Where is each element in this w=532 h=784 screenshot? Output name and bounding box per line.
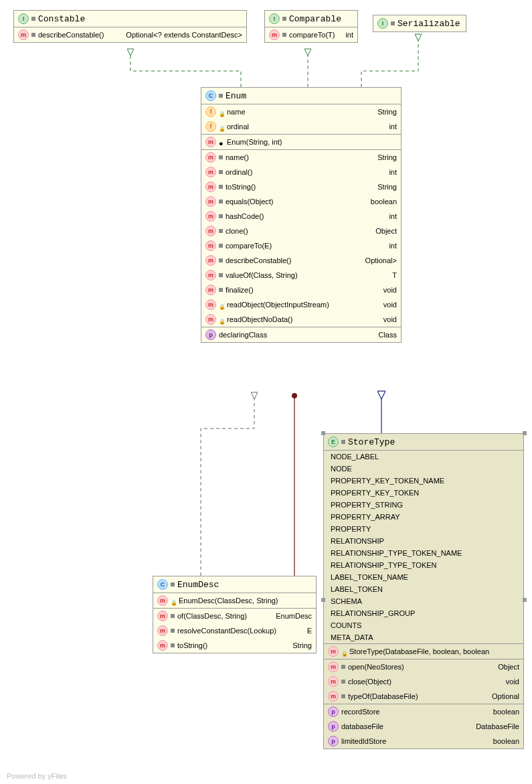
enum-icon: E [328,437,339,447]
method-ret: int [389,168,397,176]
method-ret: T [392,271,397,279]
method-icon: m [269,29,280,40]
property-icon: p [328,721,339,732]
method-sig: resolveConstantDesc(Lookup) [177,627,276,635]
selection-handle [321,431,325,435]
property-name: declaringClass [219,331,267,339]
method-row: m hashCode() int [201,209,401,224]
property-name: recordStore [341,708,379,716]
mod-icon: ● [219,139,224,145]
mod-icon [219,214,223,218]
interface-constable[interactable]: I Constable m describeConstable() Option… [13,10,247,43]
method-icon: m [205,299,216,310]
enum-constant: COUNTS [324,619,523,631]
constants-section: NODE_LABELNODEPROPERTY_KEY_TOKEN_NAMEPRO… [324,451,523,644]
class-enum[interactable]: C Enum f name String f ordinal int m ● E… [201,87,402,343]
method-icon: m [157,640,168,651]
class-icon: C [205,90,216,101]
property-row: p databaseFile DatabaseFile [324,719,523,734]
class-title: Serializable [397,19,460,29]
field-name: name [227,108,246,116]
method-row: m of(ClassDesc, String) EnumDesc [153,609,316,623]
method-row: m equals(Object) boolean [201,194,401,209]
selection-handle [321,598,325,602]
constructor-row: m ● Enum(String, int) [201,135,401,149]
method-icon: m [157,595,168,606]
method-sig: compareTo(E) [226,242,272,250]
property-type: boolean [493,737,519,745]
method-icon: m [205,167,216,177]
method-sig: finalize() [226,286,254,294]
method-ret: E [307,627,312,635]
method-row: m describeConstable() Optional<? extends… [14,27,246,42]
props-section: p recordStore boolean p databaseFile Dat… [324,704,523,749]
enum-constant: PROPERTY_KEY_TOKEN_NAME [324,475,523,487]
pkg-icon [391,21,395,25]
method-ret: void [383,301,397,309]
method-row: m toString() String [201,179,401,194]
footer-text: Powered by yFiles [7,772,67,780]
mod-icon [219,258,223,262]
pkg-icon [171,582,175,586]
selection-handle [523,431,527,435]
method-row: m readObject(ObjectInputStream) void [201,297,401,312]
class-title: Constable [38,14,85,24]
method-ret: void [383,286,397,294]
mod-icon [219,170,223,174]
method-icon: m [328,676,339,687]
class-enumdesc[interactable]: C EnumDesc m EnumDesc(ClassDesc, String)… [153,576,317,653]
method-row: m open(NeoStores) Object [324,659,523,674]
method-ret: Optional [492,692,519,700]
mod-icon [341,680,345,684]
method-icon: m [328,691,339,702]
interface-icon: I [377,18,388,29]
method-row: m finalize() void [201,283,401,297]
mod-icon [282,33,286,37]
enum-constant: RELATIONSHIP [324,535,523,547]
method-row: m name() String [201,150,401,165]
mod-icon [219,200,223,204]
method-sig: clone() [226,227,248,235]
enum-storetype[interactable]: E StoreType NODE_LABELNODEPROPERTY_KEY_T… [323,433,524,749]
pkg-icon [219,94,223,98]
method-ret: boolean [371,198,397,206]
field-name: ordinal [227,123,249,131]
enum-constant: NODE [324,463,523,475]
method-sig: open(NeoStores) [348,663,404,671]
enum-constant: RELATIONSHIP_TYPE_TOKEN_NAME [324,547,523,559]
interface-serializable[interactable]: I Serializable [373,15,466,32]
fields-section: f name String f ordinal int [201,104,401,135]
class-title: Comparable [289,14,341,24]
mod-icon [171,629,175,633]
enum-constant: LABEL_TOKEN [324,583,523,595]
mod-icon [219,244,223,248]
method-row: m typeOf(DatabaseFile) Optional [324,689,523,704]
property-icon: p [328,736,339,747]
method-sig: readObjectNoData() [227,315,292,323]
interface-comparable[interactable]: I Comparable m compareTo(T) int [264,10,358,43]
method-ret: String [292,641,312,649]
property-row: p limitedIdStore boolean [324,734,523,749]
method-row: m describeConstable() Optional> [201,253,401,268]
mod-icon [219,185,223,189]
method-icon: m [18,29,29,40]
method-row: m valueOf(Class, String) T [201,268,401,283]
enum-constant: SCHEMA [324,595,523,607]
class-icon: C [157,579,168,590]
property-row: p recordStore boolean [324,704,523,719]
mod-icon [219,288,223,292]
class-title: EnumDesc [177,580,219,590]
method-icon: m [205,226,216,236]
field-type: String [377,108,397,116]
method-ret: void [506,678,519,686]
method-icon: m [328,661,339,672]
property-type: Class [378,331,397,339]
method-sig: equals(Object) [226,198,274,206]
enum-constant: RELATIONSHIP_TYPE_TOKEN [324,559,523,571]
enum-constant: NODE_LABEL [324,451,523,463]
method-ret: int [389,242,397,250]
method-row: m readObjectNoData() void [201,312,401,327]
mod-icon [341,694,345,698]
property-type: DatabaseFile [476,722,519,730]
enum-constant: PROPERTY_KEY_TOKEN [324,487,523,499]
